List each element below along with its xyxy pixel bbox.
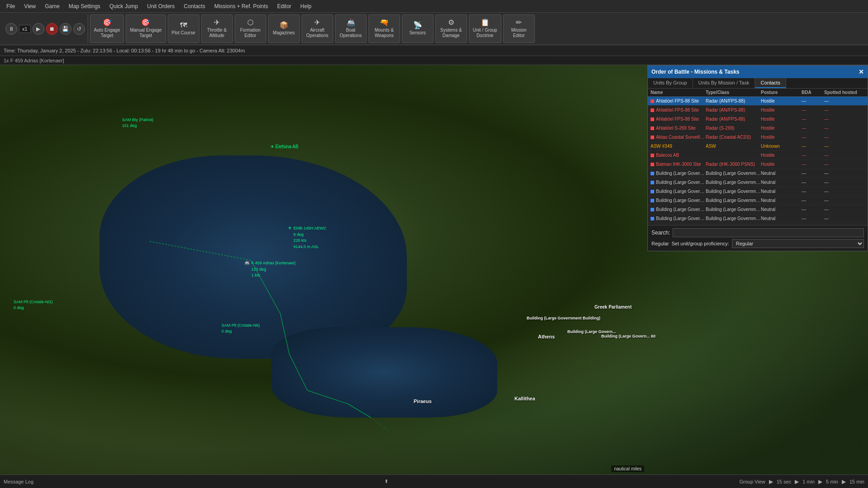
row-type: ASW (706, 144, 761, 149)
row-name: ASW #349 (651, 144, 706, 149)
tab-units-by-group[interactable]: Units By Group (648, 78, 693, 88)
unit-group-doctrine-button[interactable]: 📋 Unit / GroupDoctrine (469, 14, 501, 43)
magazines-button[interactable]: 📦 Magazines (268, 14, 300, 43)
row-posture: Hostile (761, 108, 802, 113)
unit-sam-bty-patriot[interactable]: SAM Bty (Patriot)151 deg (122, 117, 154, 128)
unit-sam-plt-n6[interactable]: SAM Plt (Crotale-N6)0 deg (222, 323, 260, 334)
unit-sam-plt-ng[interactable]: SAM Plt (Crotale-NG)0 deg (14, 299, 53, 310)
row-type: Building (Large Government Building) (706, 216, 761, 221)
formation-editor-button[interactable]: ⬡ FormationEditor (235, 14, 266, 43)
col-spotted[interactable]: Spotted hosted (824, 90, 865, 95)
mounts-weapons-label: Mounts &Weapons (375, 28, 394, 38)
mission-editor-icon: ✏ (516, 19, 522, 26)
auto-engage-button[interactable]: 🎯 Auto EngageTarget (90, 14, 124, 43)
play-button[interactable]: ▶ (33, 23, 44, 35)
oob-row[interactable]: Ahlatiöel FPS-88 Site Radar (AN/FPS-88) … (648, 106, 868, 115)
search-input[interactable] (673, 228, 864, 237)
boat-ops-button[interactable]: 🚢 BoatOperations (335, 14, 367, 43)
upload-icon[interactable]: ⬆ (384, 479, 388, 484)
row-bda: --- (802, 198, 824, 203)
unit-elefsina-ab[interactable]: ✈Elefsina AB (270, 144, 298, 149)
time-option-2[interactable]: 1 min (802, 479, 815, 484)
row-bda: --- (802, 189, 824, 194)
plot-course-button[interactable]: 🗺 Plot Course (168, 14, 199, 43)
col-name[interactable]: Name (651, 90, 706, 95)
throttle-altitude-button[interactable]: ✈ Throttle &Altitude (201, 14, 233, 43)
oob-table-body[interactable]: Ahlatiöel FPS-88 Site Radar (AN/FPS-88) … (648, 97, 868, 225)
rewind-button[interactable]: ↺ (73, 23, 85, 35)
manual-engage-button[interactable]: 🎯 Manual EngageTarget (126, 14, 165, 43)
time-option-4[interactable]: 15 min (849, 479, 864, 484)
row-type: Building (Large Government Building) (706, 207, 761, 212)
oob-row[interactable]: Building (Large Govern... Building (Larg… (648, 205, 868, 214)
menu-unit-orders[interactable]: Unit Orders (143, 2, 178, 10)
oob-row[interactable]: Ahlatiöel FPS-88 Site Radar (AN/FPS-88) … (648, 115, 868, 124)
time-option-1[interactable]: 15 sec (777, 479, 791, 484)
oob-row[interactable]: Aktas Coastal Surveillan... Radar (Coast… (648, 133, 868, 142)
row-bda: --- (802, 171, 824, 176)
play-small-button-2[interactable]: ▶ (795, 479, 799, 485)
scale-bar: nautical miles (611, 465, 644, 472)
speed-badge: x1 (19, 25, 31, 33)
map-area[interactable]: SAM Bty (Patriot)151 deg ✈Elefsina AB ✈ … (0, 65, 868, 488)
menu-file[interactable]: File (3, 2, 19, 10)
oob-row[interactable]: Ahlatiöel S-269 Site Radar (S-269) Hosti… (648, 124, 868, 133)
aircraft-ops-button[interactable]: ✈ AircraftOperations (302, 14, 333, 43)
save-button[interactable]: 💾 (60, 23, 71, 35)
oob-row[interactable]: Building (Large Govern... Building (Larg… (648, 196, 868, 205)
row-spotted: --- (824, 99, 865, 103)
menu-game[interactable]: Game (41, 2, 63, 10)
menu-editor[interactable]: Editor (274, 2, 295, 10)
col-bda[interactable]: BDA (802, 90, 824, 95)
play-small-button[interactable]: ▶ (769, 479, 773, 485)
menu-missions[interactable]: Missions + Ref. Points (211, 2, 272, 10)
oob-table-header: Name Type/Class Posture BDA Spotted host… (648, 89, 868, 97)
time-option-3[interactable]: 5 min (826, 479, 838, 484)
oob-row[interactable]: Ahlatiöel FPS-88 Site Radar (AN/FPS-88) … (648, 97, 868, 106)
row-bda: --- (802, 135, 824, 140)
row-bda: --- (802, 180, 824, 185)
oob-titlebar: Order of Battle - Missions & Tasks ✕ (648, 66, 868, 78)
tab-units-by-mission[interactable]: Units By Mission / Task (693, 78, 755, 88)
oob-row[interactable]: ASW #349 ASW Unknown --- --- (648, 142, 868, 151)
oob-row[interactable]: Building (Large Govern... Building (Larg… (648, 214, 868, 223)
sensors-button[interactable]: 📡 Sensors (402, 14, 434, 43)
message-log-label[interactable]: Message Log (4, 479, 33, 484)
tab-contacts[interactable]: Contacts (755, 78, 786, 88)
row-posture: Neutral (761, 216, 802, 221)
oob-row[interactable]: Balecos AB Hostile --- --- (648, 151, 868, 160)
proficiency-select[interactable]: NoviceCadetRegularVeteranEliteAce (732, 239, 864, 248)
mounts-weapons-button[interactable]: 🔫 Mounts &Weapons (368, 14, 400, 43)
col-posture[interactable]: Posture (761, 90, 802, 95)
row-spotted: --- (824, 153, 865, 158)
throttle-altitude-icon: ✈ (214, 19, 220, 26)
unit-f459-adrias[interactable]: 🚢 F 459 Adrias [Kortenaer]123 deg1 kts (244, 260, 296, 279)
play-small-button-4[interactable]: ▶ (842, 479, 846, 485)
pause-button[interactable]: ⏸ (5, 23, 17, 35)
menu-quick-jump[interactable]: Quick Jump (106, 2, 142, 10)
menu-map-settings[interactable]: Map Settings (65, 2, 104, 10)
row-spotted: --- (824, 135, 865, 140)
menu-help[interactable]: Help (297, 2, 315, 10)
play-small-button-3[interactable]: ▶ (818, 479, 822, 485)
menu-contacts[interactable]: Contacts (180, 2, 209, 10)
systems-damage-button[interactable]: ⚙ Systems &Damage (435, 14, 467, 43)
row-type: Radar (AN/FPS-88) (706, 117, 761, 122)
oob-row[interactable]: Building (Large Govern... Building (Larg… (648, 187, 868, 196)
col-type[interactable]: Type/Class (706, 90, 761, 95)
oob-row[interactable]: Building (Large Govern... Building (Larg… (648, 169, 868, 178)
oob-row[interactable]: Building (Large Govern... Building (Larg… (648, 178, 868, 187)
boat-ops-label: BoatOperations (340, 28, 362, 38)
row-spotted: --- (824, 198, 865, 203)
oob-close-icon[interactable]: ✕ (859, 68, 864, 75)
mission-editor-button[interactable]: ✏ MissionEditor (503, 14, 535, 43)
row-bda: --- (802, 144, 824, 149)
oob-row[interactable]: Batman IHK-3000 Site Radar (IHK-3000 PSN… (648, 160, 868, 169)
row-bda: --- (802, 126, 824, 131)
menu-view[interactable]: View (20, 2, 39, 10)
stop-button[interactable]: ⏹ (46, 23, 58, 35)
row-spotted: --- (824, 180, 865, 185)
row-bda: --- (802, 108, 824, 113)
row-type: Radar (S-269) (706, 126, 761, 131)
unit-emb-aewc[interactable]: ✈ EMB-145H AEWC8 deg226 kts9144.0 m ASL (288, 225, 326, 250)
